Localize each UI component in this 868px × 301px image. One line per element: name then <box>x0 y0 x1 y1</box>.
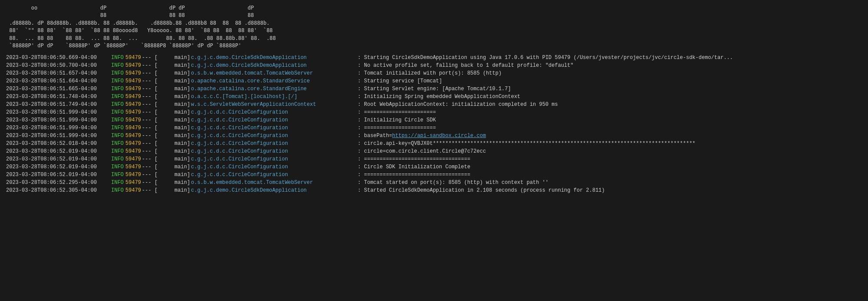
log-message: : Root WebApplicationContext: initializa… <box>358 101 558 108</box>
log-message: : Starting service [Tomcat] <box>358 77 442 85</box>
log-logger: c.g.j.c.d.c.CircleConfiguration <box>191 108 356 116</box>
log-message: : Starting CircleSdkDemoApplication usin… <box>358 54 733 62</box>
log-pid: 59479 <box>125 147 141 155</box>
log-pid: 59479 <box>125 155 141 163</box>
log-logger: c.g.j.c.d.c.CircleConfiguration <box>191 163 356 171</box>
log-thread: main] <box>158 62 190 69</box>
log-timestamp: 2023-03-28T08:06:51.999-04:00 <box>6 116 110 124</box>
log-logger: c.g.j.c.d.c.CircleConfiguration <box>191 147 356 155</box>
log-logger: w.s.c.ServletWebServerApplicationContext <box>191 101 356 108</box>
log-separator: --- [ <box>142 85 158 93</box>
log-level: INFO <box>111 54 124 62</box>
log-line: 2023-03-28T08:06:51.999-04:00 INFO 59479… <box>6 116 862 124</box>
log-thread: main] <box>158 85 190 93</box>
log-pid: 59479 <box>125 69 141 77</box>
log-pid: 59479 <box>125 85 141 93</box>
log-thread: main] <box>158 77 190 85</box>
log-thread: main] <box>158 179 190 186</box>
log-pid: 59479 <box>125 108 141 116</box>
log-thread: main] <box>158 101 190 108</box>
log-separator: --- [ <box>142 108 158 116</box>
log-pid: 59479 <box>125 101 141 108</box>
log-separator: --- [ <box>142 54 158 62</box>
ascii-art: oo dP dP dP dP 88 88 88 88 .d8888b. dP 8… <box>6 4 862 49</box>
log-timestamp: 2023-03-28T08:06:52.019-04:00 <box>6 171 110 179</box>
log-logger: o.s.b.w.embedded.tomcat.TomcatWebServer <box>191 179 356 186</box>
log-line: 2023-03-28T08:06:52.019-04:00 INFO 59479… <box>6 155 862 163</box>
log-timestamp: 2023-03-28T08:06:52.019-04:00 <box>6 155 110 163</box>
log-logger: c.g.j.c.d.c.CircleConfiguration <box>191 171 356 179</box>
log-level: INFO <box>111 140 124 147</box>
log-separator: --- [ <box>142 132 158 140</box>
log-separator: --- [ <box>142 116 158 124</box>
log-line: 2023-03-28T08:06:52.305-04:00 INFO 59479… <box>6 186 862 194</box>
log-container: 2023-03-28T08:06:50.669-04:00 INFO 59479… <box>6 54 862 194</box>
log-thread: main] <box>158 124 190 132</box>
log-pid: 59479 <box>125 93 141 101</box>
log-message: : Tomcat started on port(s): 8585 (http)… <box>358 179 548 186</box>
log-separator: --- [ <box>142 179 158 186</box>
log-link[interactable]: https://api-sandbox.circle.com <box>392 133 486 139</box>
log-line: 2023-03-28T08:06:51.665-04:00 INFO 59479… <box>6 85 862 93</box>
log-message: : ======================= <box>358 108 436 116</box>
log-pid: 59479 <box>125 179 141 186</box>
log-line: 2023-03-28T08:06:51.999-04:00 INFO 59479… <box>6 124 862 132</box>
log-logger: c.g.j.c.demo.CircleSdkDemoApplication <box>191 62 356 69</box>
log-message: : ======================= <box>358 124 436 132</box>
log-level: INFO <box>111 62 124 69</box>
log-thread: main] <box>158 147 190 155</box>
log-timestamp: 2023-03-28T08:06:51.748-04:00 <box>6 93 110 101</box>
log-separator: --- [ <box>142 101 158 108</box>
log-level: INFO <box>111 155 124 163</box>
log-separator: --- [ <box>142 163 158 171</box>
log-message: : ================================== <box>358 155 470 163</box>
log-message: : Circle SDK Initialization Complete <box>358 163 470 171</box>
log-logger: c.g.j.c.d.c.CircleConfiguration <box>191 116 356 124</box>
log-pid: 59479 <box>125 132 141 140</box>
log-separator: --- [ <box>142 155 158 163</box>
log-timestamp: 2023-03-28T08:06:51.665-04:00 <box>6 85 110 93</box>
log-thread: main] <box>158 93 190 101</box>
log-timestamp: 2023-03-28T08:06:51.664-04:00 <box>6 77 110 85</box>
log-message: : Tomcat initialized with port(s): 8585 … <box>358 69 502 77</box>
log-separator: --- [ <box>142 171 158 179</box>
log-level: INFO <box>111 163 124 171</box>
log-timestamp: 2023-03-28T08:06:51.999-04:00 <box>6 132 110 140</box>
log-timestamp: 2023-03-28T08:06:51.999-04:00 <box>6 124 110 132</box>
log-level: INFO <box>111 186 124 194</box>
log-line: 2023-03-28T08:06:52.019-04:00 INFO 59479… <box>6 171 862 179</box>
log-thread: main] <box>158 155 190 163</box>
log-thread: main] <box>158 140 190 147</box>
log-timestamp: 2023-03-28T08:06:52.019-04:00 <box>6 147 110 155</box>
log-separator: --- [ <box>142 69 158 77</box>
log-line: 2023-03-28T08:06:51.748-04:00 INFO 59479… <box>6 93 862 101</box>
log-logger: o.a.c.c.C.[Tomcat].[localhost].[/] <box>191 93 356 101</box>
log-message: : Initializing Circle SDK <box>358 116 436 124</box>
log-pid: 59479 <box>125 62 141 69</box>
log-line: 2023-03-28T08:06:51.999-04:00 INFO 59479… <box>6 132 862 140</box>
log-separator: --- [ <box>142 77 158 85</box>
log-pid: 59479 <box>125 163 141 171</box>
log-thread: main] <box>158 108 190 116</box>
log-message: : Started CircleSdkDemoApplication in 2.… <box>358 186 605 194</box>
log-level: INFO <box>111 147 124 155</box>
log-message: : basePath=https://api-sandbox.circle.co… <box>358 132 486 140</box>
log-timestamp: 2023-03-28T08:06:51.749-04:00 <box>6 101 110 108</box>
log-timestamp: 2023-03-28T08:06:51.999-04:00 <box>6 108 110 116</box>
log-separator: --- [ <box>142 62 158 69</box>
log-separator: --- [ <box>142 140 158 147</box>
log-thread: main] <box>158 171 190 179</box>
log-timestamp: 2023-03-28T08:06:51.657-04:00 <box>6 69 110 77</box>
log-level: INFO <box>111 101 124 108</box>
log-timestamp: 2023-03-28T08:06:52.018-04:00 <box>6 140 110 147</box>
log-message: : Initializing Spring embedded WebApplic… <box>358 93 520 101</box>
log-pid: 59479 <box>125 186 141 194</box>
log-pid: 59479 <box>125 171 141 179</box>
log-message: : circle=com.circle.client.Circle@7c72ec… <box>358 147 486 155</box>
log-logger: c.g.j.c.d.c.CircleConfiguration <box>191 140 356 147</box>
log-separator: --- [ <box>142 124 158 132</box>
log-level: INFO <box>111 108 124 116</box>
log-pid: 59479 <box>125 54 141 62</box>
log-timestamp: 2023-03-28T08:06:50.669-04:00 <box>6 54 110 62</box>
log-separator: --- [ <box>142 147 158 155</box>
